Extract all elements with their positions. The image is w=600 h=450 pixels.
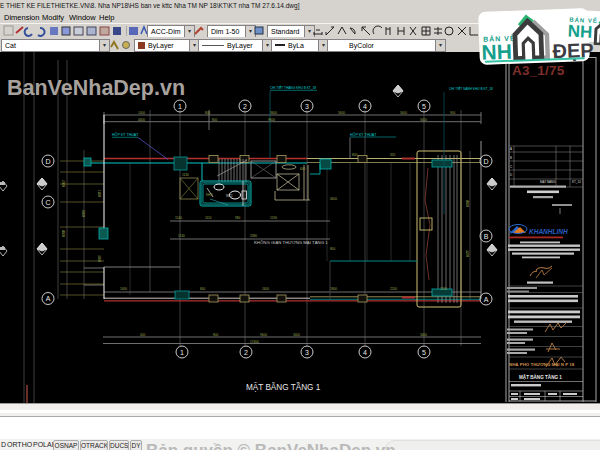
svg-text:320: 320 bbox=[390, 153, 396, 157]
svg-text:3200: 3200 bbox=[465, 250, 469, 257]
svg-text:800: 800 bbox=[200, 287, 206, 291]
svg-text:3: 3 bbox=[305, 349, 309, 356]
svg-text:5: 5 bbox=[422, 349, 426, 356]
svg-text:9600: 9600 bbox=[260, 333, 267, 337]
svg-text:MẶT BẰNG TẦNG 1: MẶT BẰNG TẦNG 1 bbox=[519, 373, 562, 380]
svg-text:1800: 1800 bbox=[97, 190, 101, 197]
svg-text:4600: 4600 bbox=[465, 200, 469, 207]
svg-text:A: A bbox=[484, 296, 489, 303]
svg-text:HỘP KỸ THUẬT: HỘP KỸ THUẬT bbox=[112, 132, 139, 137]
svg-text:2: 2 bbox=[244, 349, 248, 356]
svg-text:4600: 4600 bbox=[330, 197, 337, 201]
svg-text:6600: 6600 bbox=[81, 210, 85, 217]
svg-text:D: D bbox=[510, 173, 513, 177]
svg-text:4: 4 bbox=[363, 349, 367, 356]
svg-text:4400: 4400 bbox=[138, 118, 145, 122]
svg-text:1: 1 bbox=[178, 103, 182, 110]
svg-text:MẶT BẰNG: MẶT BẰNG bbox=[540, 179, 556, 184]
svg-text:4600: 4600 bbox=[61, 230, 65, 237]
svg-text:KT_10: KT_10 bbox=[572, 180, 581, 184]
svg-text:KHÔNG GIAN THƯƠNG MẠI TẦNG 1: KHÔNG GIAN THƯƠNG MẠI TẦNG 1 bbox=[254, 240, 328, 245]
svg-text:5: 5 bbox=[422, 103, 426, 110]
svg-text:D: D bbox=[483, 158, 488, 165]
svg-text:1200: 1200 bbox=[440, 287, 447, 291]
svg-text:1110: 1110 bbox=[205, 216, 212, 220]
svg-text:2000: 2000 bbox=[61, 180, 65, 187]
svg-text:C: C bbox=[510, 165, 513, 169]
svg-text:980: 980 bbox=[235, 216, 241, 220]
svg-text:9600: 9600 bbox=[268, 118, 275, 122]
svg-text:C: C bbox=[45, 199, 50, 206]
svg-text:MẶT BẰNG TẦNG 1: MẶT BẰNG TẦNG 1 bbox=[246, 382, 321, 392]
svg-text:CHI TIẾT SẢNH KHU B KT_18: CHI TIẾT SẢNH KHU B KT_18 bbox=[449, 86, 493, 91]
svg-text:B: B bbox=[510, 156, 512, 160]
svg-text:1: 1 bbox=[180, 349, 184, 356]
svg-text:1590: 1590 bbox=[270, 216, 277, 220]
svg-text:17400: 17400 bbox=[250, 340, 259, 344]
svg-text:2380: 2380 bbox=[250, 234, 257, 238]
svg-text:D: D bbox=[45, 158, 50, 165]
svg-text:800: 800 bbox=[212, 118, 218, 122]
svg-text:800: 800 bbox=[352, 153, 358, 157]
svg-text:1130: 1130 bbox=[182, 173, 189, 177]
svg-text:2: 2 bbox=[243, 103, 247, 110]
svg-text:A: A bbox=[46, 295, 51, 302]
svg-text:KHANHLINH: KHANHLINH bbox=[529, 228, 568, 235]
svg-text:3400: 3400 bbox=[293, 333, 300, 337]
svg-text:3: 3 bbox=[305, 103, 309, 110]
svg-text:3600: 3600 bbox=[97, 255, 101, 262]
svg-text:1600: 1600 bbox=[262, 287, 269, 291]
svg-text:800: 800 bbox=[330, 247, 336, 251]
svg-text:400: 400 bbox=[140, 333, 146, 337]
svg-text:A: A bbox=[510, 147, 512, 151]
svg-text:5600: 5600 bbox=[338, 111, 345, 115]
svg-text:NHÀ PHỐ THƯƠNG MẠI N P 18: NHÀ PHỐ THƯƠNG MẠI N P 18 bbox=[509, 362, 575, 367]
svg-text:2200: 2200 bbox=[390, 287, 397, 291]
svg-text:1400: 1400 bbox=[120, 287, 127, 291]
svg-text:KHO: KHO bbox=[206, 193, 213, 197]
svg-text:WC1: WC1 bbox=[226, 194, 233, 198]
svg-text:900: 900 bbox=[450, 111, 456, 115]
svg-text:1400: 1400 bbox=[138, 111, 145, 115]
svg-text:CHI TIẾT THANG KHU B KT_18: CHI TIẾT THANG KHU B KT_18 bbox=[270, 85, 316, 90]
svg-text:B: B bbox=[484, 233, 489, 240]
svg-text:1130: 1130 bbox=[178, 234, 185, 238]
svg-text:HỘP KỸ THUẬT: HỘP KỸ THUẬT bbox=[350, 132, 377, 137]
svg-text:600: 600 bbox=[300, 167, 306, 171]
svg-text:3600: 3600 bbox=[270, 111, 277, 115]
svg-text:1540: 1540 bbox=[175, 216, 182, 220]
svg-text:800: 800 bbox=[213, 333, 219, 337]
svg-text:3400: 3400 bbox=[400, 111, 407, 115]
svg-text:3400: 3400 bbox=[420, 118, 427, 122]
svg-text:4: 4 bbox=[363, 103, 367, 110]
svg-text:1800: 1800 bbox=[330, 287, 337, 291]
svg-text:3400: 3400 bbox=[420, 333, 427, 337]
svg-text:800: 800 bbox=[205, 111, 211, 115]
